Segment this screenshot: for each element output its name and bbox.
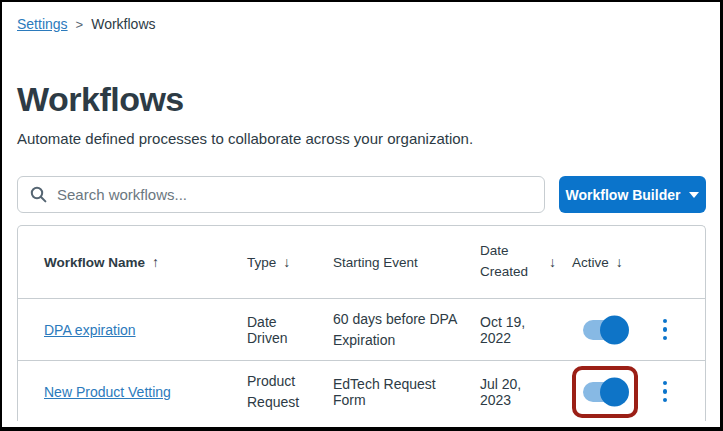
search-box <box>17 176 545 213</box>
chevron-down-icon <box>689 192 699 198</box>
breadcrumb-settings-link[interactable]: Settings <box>17 16 68 32</box>
breadcrumb: Settings > Workflows <box>17 16 706 32</box>
column-header-date-created[interactable]: Date Created ↓ <box>480 241 572 283</box>
breadcrumb-current: Workflows <box>91 16 155 32</box>
workflow-type: Date Driven <box>247 314 333 346</box>
workflow-date-created: Jul 20, 2023 <box>480 376 572 408</box>
sort-desc-icon: ↓ <box>549 254 556 270</box>
toggle-knob <box>600 315 629 344</box>
toggle-knob <box>600 377 629 406</box>
column-header-starting-event[interactable]: Starting Event <box>333 255 480 270</box>
workflow-starting-event: 60 days before DPA Expiration <box>333 309 480 350</box>
sort-desc-icon: ↓ <box>283 254 290 270</box>
active-toggle[interactable] <box>583 320 627 340</box>
workflow-type: Product Request <box>247 371 333 412</box>
workflow-builder-button[interactable]: Workflow Builder <box>559 176 706 213</box>
page-subtitle: Automate defined processes to collaborat… <box>17 130 706 147</box>
page-title: Workflows <box>17 80 706 119</box>
table-header-row: Workflow Name ↑ Type ↓ Starting Event Da… <box>18 226 705 298</box>
column-header-active[interactable]: Active ↓ <box>572 254 647 270</box>
breadcrumb-separator-icon: > <box>76 17 84 32</box>
workflow-date-created: Oct 19, 2022 <box>480 314 572 346</box>
toolbar: Workflow Builder <box>17 176 706 213</box>
workflows-page: Settings > Workflows Workflows Automate … <box>0 0 723 431</box>
column-header-workflow-name[interactable]: Workflow Name ↑ <box>18 254 247 270</box>
column-header-type[interactable]: Type ↓ <box>247 254 333 270</box>
row-menu-kebab-icon[interactable] <box>653 375 677 409</box>
workflows-table: Workflow Name ↑ Type ↓ Starting Event Da… <box>17 225 706 421</box>
workflow-starting-event: EdTech Request Form <box>333 376 480 408</box>
workflow-link[interactable]: New Product Vetting <box>44 384 171 400</box>
active-toggle[interactable] <box>583 382 627 402</box>
sort-desc-icon: ↓ <box>616 254 623 270</box>
toggle-frame <box>572 304 638 356</box>
workflow-link[interactable]: DPA expiration <box>44 322 136 338</box>
annotation-highlight-box <box>572 366 638 418</box>
search-icon <box>30 186 47 203</box>
search-input[interactable] <box>57 186 532 203</box>
table-row-new-product-vetting: New Product Vetting Product Request EdTe… <box>18 360 705 421</box>
workflow-builder-button-label: Workflow Builder <box>566 187 681 203</box>
row-menu-kebab-icon[interactable] <box>653 313 677 347</box>
sort-asc-icon: ↑ <box>152 254 159 270</box>
table-row-dpa-expiration: DPA expiration Date Driven 60 days befor… <box>18 298 705 360</box>
